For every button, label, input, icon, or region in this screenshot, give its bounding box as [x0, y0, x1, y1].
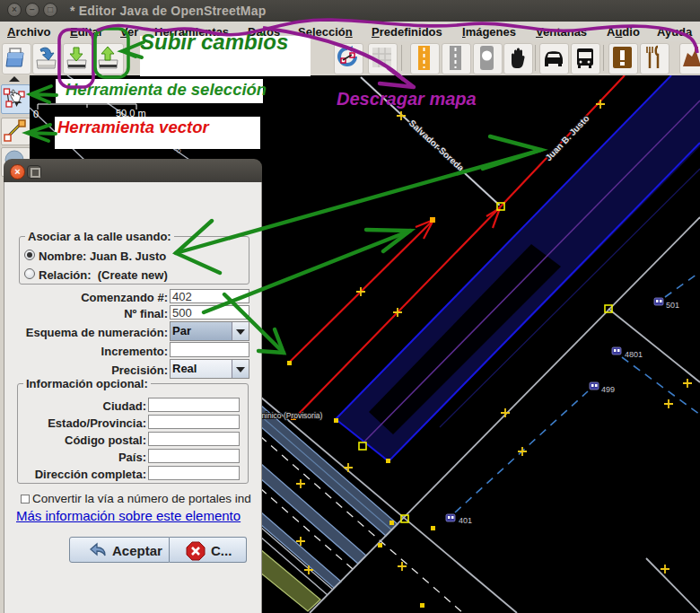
svg-text:499: 499	[601, 385, 615, 394]
svg-text:401: 401	[459, 516, 472, 525]
svg-text:minico (Provisoria): minico (Provisoria)	[259, 411, 323, 420]
svg-text:501: 501	[666, 301, 679, 310]
svg-text:0: 0	[33, 109, 39, 119]
svg-text:4801: 4801	[625, 350, 643, 359]
